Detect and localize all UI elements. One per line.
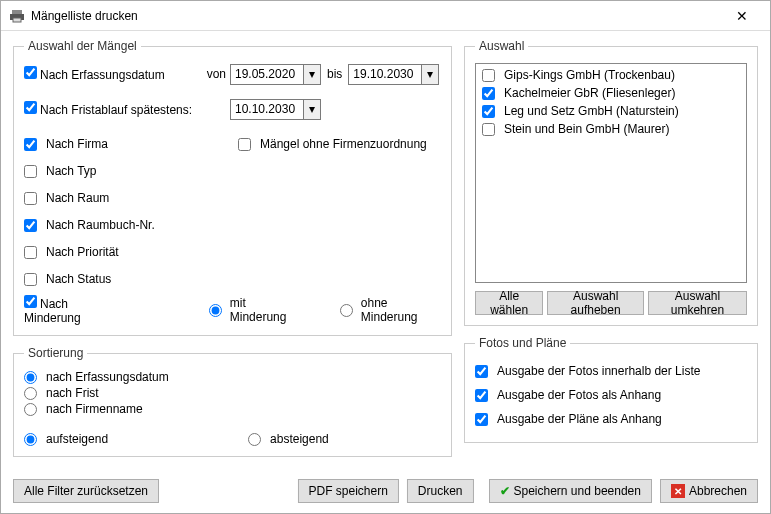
svg-rect-0 [12, 10, 22, 14]
label-nach-firma: Nach Firma [46, 137, 108, 151]
group-fotos-legend: Fotos und Pläne [475, 336, 570, 350]
date-bis-input[interactable] [349, 65, 421, 84]
check-nach-status[interactable]: Nach Status [24, 272, 156, 286]
radio-ohne-minderung-input[interactable] [340, 304, 353, 317]
label-sort-frist: nach Frist [46, 386, 99, 400]
check-nach-raum[interactable]: Nach Raum [24, 191, 156, 205]
group-auswahl-legend: Auswahl [475, 39, 528, 53]
label-nach-raum: Nach Raum [46, 191, 109, 205]
list-checkbox[interactable] [482, 105, 495, 118]
radio-mit-minderung-input[interactable] [209, 304, 222, 317]
radio-sort-auf[interactable]: aufsteigend [24, 432, 108, 446]
date-von[interactable]: ▾ [230, 64, 321, 85]
date-von-input[interactable] [231, 65, 303, 84]
list-item[interactable]: Stein und Bein GmbH (Maurer) [476, 120, 746, 138]
titlebar: Mängelliste drucken ✕ [1, 1, 770, 31]
btn-save-close-label: Speichern und beenden [514, 484, 641, 498]
label-nach-raumbuch: Nach Raumbuch-Nr. [46, 218, 155, 232]
radio-sort-erfassung[interactable]: nach Erfassungsdatum [24, 370, 441, 384]
btn-save-close[interactable]: ✔Speichern und beenden [489, 479, 652, 503]
label-fotos-anhang: Ausgabe der Fotos als Anhang [497, 388, 661, 402]
check-nach-frist[interactable]: Nach Fristablauf spätestens: [24, 101, 192, 117]
group-auswahl: Auswahl Gips-Kings GmbH (Trockenbau) Kac… [464, 39, 758, 326]
check-nach-erfassung[interactable]: Nach Erfassungsdatum [24, 66, 165, 82]
radio-sort-firma[interactable]: nach Firmenname [24, 402, 441, 416]
check-fotos-anhang[interactable]: Ausgabe der Fotos als Anhang [475, 388, 661, 402]
check-fotos-inner[interactable]: Ausgabe der Fotos innerhalb der Liste [475, 364, 700, 378]
checkbox-nach-firma[interactable] [24, 138, 37, 151]
btn-print[interactable]: Drucken [407, 479, 474, 503]
btn-cancel[interactable]: ✕Abbrechen [660, 479, 758, 503]
label-nach-prio: Nach Priorität [46, 245, 119, 259]
check-icon: ✔ [500, 484, 510, 498]
radio-sort-erfassung-input[interactable] [24, 371, 37, 384]
checkbox-nach-status[interactable] [24, 273, 37, 286]
btn-reset-filters[interactable]: Alle Filter zurücksetzen [13, 479, 159, 503]
label-von: von [202, 67, 230, 81]
list-item[interactable]: Leg und Setz GmbH (Naturstein) [476, 102, 746, 120]
selection-listbox[interactable]: Gips-Kings GmbH (Trockenbau) Kachelmeier… [475, 63, 747, 283]
check-nach-prio[interactable]: Nach Priorität [24, 245, 156, 259]
check-plaene-anhang[interactable]: Ausgabe der Pläne als Anhang [475, 412, 662, 426]
group-maengel: Auswahl der Mängel Nach Erfassungsdatum … [13, 39, 452, 336]
label-nach-erfassung: Nach Erfassungsdatum [40, 68, 165, 82]
btn-select-invert[interactable]: Auswahl umkehren [648, 291, 747, 315]
check-nach-firma[interactable]: Nach Firma [24, 137, 156, 151]
btn-select-none[interactable]: Auswahl aufheben [547, 291, 644, 315]
radio-sort-frist-input[interactable] [24, 387, 37, 400]
radio-sort-auf-input[interactable] [24, 433, 37, 446]
checkbox-nach-prio[interactable] [24, 246, 37, 259]
label-ohne-firma: Mängel ohne Firmenzuordnung [260, 137, 427, 151]
checkbox-nach-frist[interactable] [24, 101, 37, 114]
label-sort-ab: absteigend [270, 432, 329, 446]
check-ohne-firma[interactable]: Mängel ohne Firmenzuordnung [238, 137, 427, 151]
list-item[interactable]: Gips-Kings GmbH (Trockenbau) [476, 66, 746, 84]
label-mit-minderung: mit Minderung [230, 296, 300, 324]
label-sort-firma: nach Firmenname [46, 402, 143, 416]
checkbox-nach-typ[interactable] [24, 165, 37, 178]
list-label: Leg und Setz GmbH (Naturstein) [504, 104, 679, 118]
date-frist[interactable]: ▾ [230, 99, 321, 120]
group-sortierung-legend: Sortierung [24, 346, 87, 360]
check-nach-minderung[interactable]: Nach Minderung [24, 295, 123, 325]
label-nach-frist: Nach Fristablauf spätestens: [40, 103, 192, 117]
check-nach-raumbuch[interactable]: Nach Raumbuch-Nr. [24, 218, 156, 232]
checkbox-nach-minderung[interactable] [24, 295, 37, 308]
date-frist-input[interactable] [231, 100, 303, 119]
checkbox-fotos-anhang[interactable] [475, 389, 488, 402]
btn-cancel-label: Abbrechen [689, 484, 747, 498]
checkbox-nach-erfassung[interactable] [24, 66, 37, 79]
checkbox-ohne-firma[interactable] [238, 138, 251, 151]
btn-select-all[interactable]: Alle wählen [475, 291, 543, 315]
radio-sort-frist[interactable]: nach Frist [24, 386, 441, 400]
dropdown-icon[interactable]: ▾ [421, 65, 438, 84]
footer: Alle Filter zurücksetzen PDF speichern D… [13, 479, 758, 503]
list-item[interactable]: Kachelmeier GbR (Fliesenleger) [476, 84, 746, 102]
date-bis[interactable]: ▾ [348, 64, 439, 85]
list-label: Gips-Kings GmbH (Trockenbau) [504, 68, 675, 82]
group-fotos: Fotos und Pläne Ausgabe der Fotos innerh… [464, 336, 758, 443]
radio-sort-ab[interactable]: absteigend [248, 432, 329, 446]
checkbox-nach-raum[interactable] [24, 192, 37, 205]
close-button[interactable]: ✕ [722, 2, 762, 30]
label-nach-typ: Nach Typ [46, 164, 96, 178]
radio-sort-firma-input[interactable] [24, 403, 37, 416]
label-plaene-anhang: Ausgabe der Pläne als Anhang [497, 412, 662, 426]
radio-ohne-minderung[interactable]: ohne Minderung [340, 296, 441, 324]
list-checkbox[interactable] [482, 87, 495, 100]
list-checkbox[interactable] [482, 123, 495, 136]
check-nach-typ[interactable]: Nach Typ [24, 164, 156, 178]
list-checkbox[interactable] [482, 69, 495, 82]
printer-icon [9, 8, 25, 24]
dropdown-icon[interactable]: ▾ [303, 100, 320, 119]
checkbox-fotos-inner[interactable] [475, 365, 488, 378]
checkbox-plaene-anhang[interactable] [475, 413, 488, 426]
btn-pdf[interactable]: PDF speichern [297, 479, 398, 503]
checkbox-nach-raumbuch[interactable] [24, 219, 37, 232]
label-bis: bis [327, 67, 342, 81]
dropdown-icon[interactable]: ▾ [303, 65, 320, 84]
radio-sort-ab-input[interactable] [248, 433, 261, 446]
label-nach-status: Nach Status [46, 272, 111, 286]
radio-mit-minderung[interactable]: mit Minderung [209, 296, 300, 324]
x-icon: ✕ [671, 484, 685, 498]
